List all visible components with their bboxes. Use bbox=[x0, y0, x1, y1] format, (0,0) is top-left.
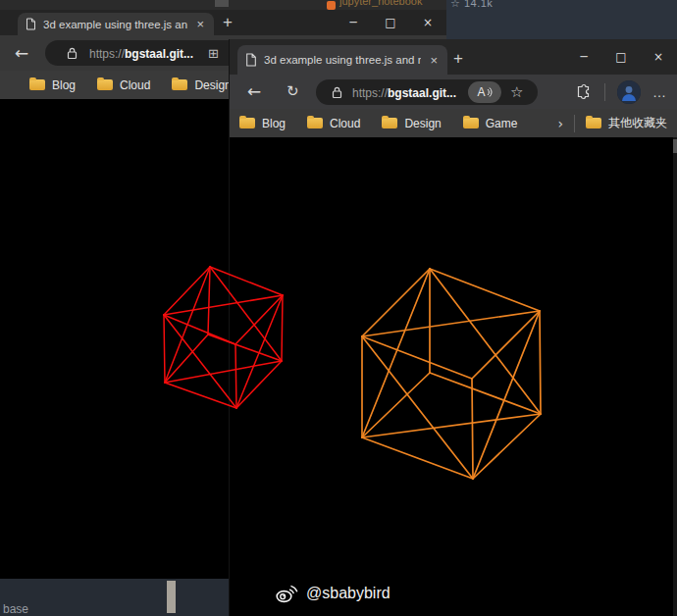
background-scrollbar-thumb[interactable] bbox=[167, 581, 176, 613]
background-app-top-strip: jupyter_notebook bbox=[0, 0, 446, 10]
folder-icon bbox=[239, 118, 255, 128]
bookmark-label: Game bbox=[486, 117, 518, 130]
bookmark-item-design[interactable]: Design bbox=[172, 78, 231, 92]
folder-icon bbox=[29, 79, 45, 90]
front-titlebar: 3d example using three.js and mu × + ─□× bbox=[230, 39, 677, 75]
read-aloud-waves-icon bbox=[487, 87, 493, 97]
favorite-star-icon[interactable]: ☆ bbox=[510, 83, 523, 101]
front-toolbar: ← ↻ https://bgstaal.git... A ☆ … bbox=[230, 75, 677, 109]
minimize-window-icon[interactable]: ─ bbox=[565, 50, 602, 64]
folder-icon bbox=[382, 118, 397, 128]
bookmarks-right-group: › 其他收藏夹 bbox=[557, 115, 677, 132]
new-tab-button[interactable]: + bbox=[453, 49, 463, 69]
folder-icon bbox=[307, 118, 323, 128]
page-scrollbar-thumb[interactable] bbox=[673, 139, 677, 153]
tab-close-icon[interactable]: × bbox=[194, 17, 206, 31]
bookmark-label: Design bbox=[194, 78, 231, 92]
bookmark-label: Blog bbox=[52, 78, 76, 92]
bookmarks-overflow-chevron-icon[interactable]: › bbox=[557, 116, 563, 131]
minimize-window-icon[interactable]: ─ bbox=[335, 16, 372, 29]
star-icon: ☆ bbox=[450, 0, 460, 9]
page-icon bbox=[26, 18, 36, 30]
background-scrollbar-fragment bbox=[215, 0, 229, 7]
folder-icon bbox=[463, 118, 479, 128]
profile-avatar[interactable] bbox=[617, 80, 641, 104]
background-app-title: jupyter_notebook bbox=[339, 0, 422, 7]
other-favorites-folder[interactable]: 其他收藏夹 bbox=[586, 115, 667, 131]
repo-star-count: ☆ 14.1k bbox=[450, 0, 493, 10]
background-app-bottom-strip: base bbox=[0, 579, 229, 616]
back-button[interactable]: ← bbox=[15, 45, 28, 62]
background-partial-text: base bbox=[3, 602, 28, 616]
front-browser-window: 3d example using three.js and mu × + ─□×… bbox=[229, 39, 677, 616]
repo-icon bbox=[327, 1, 336, 10]
front-tab-title: 3d example using three.js and mu bbox=[264, 54, 421, 66]
page-icon bbox=[245, 53, 257, 67]
bookmark-label: Cloud bbox=[330, 117, 360, 130]
front-page-content bbox=[230, 137, 677, 616]
back-window-controls: ─□× bbox=[335, 10, 446, 35]
bookmark-item-blog[interactable]: Blog bbox=[29, 78, 76, 92]
page-scrollbar[interactable] bbox=[673, 137, 677, 616]
bookmark-item-cloud[interactable]: Cloud bbox=[97, 78, 150, 92]
toolbar-right-icons: … bbox=[576, 80, 667, 104]
front-window-controls: ─□× bbox=[565, 39, 677, 75]
back-button[interactable]: ← bbox=[247, 83, 261, 100]
maximize-window-icon[interactable]: □ bbox=[602, 50, 640, 64]
bookmark-item-game[interactable]: Game bbox=[463, 117, 518, 130]
bookmark-item-design[interactable]: Design bbox=[382, 117, 441, 130]
bookmark-label: Cloud bbox=[120, 78, 150, 92]
settings-menu-icon[interactable]: … bbox=[652, 84, 667, 100]
bookmarks-divider bbox=[574, 115, 575, 132]
toolbar-divider bbox=[604, 83, 605, 101]
url-text: https://bgstaal.git... bbox=[352, 83, 456, 101]
lock-icon bbox=[67, 47, 78, 60]
watermark-handle: @sbabybird bbox=[306, 585, 391, 602]
bookmark-label: Blog bbox=[262, 117, 286, 130]
maximize-window-icon[interactable]: □ bbox=[372, 16, 409, 29]
lock-icon bbox=[332, 86, 342, 99]
close-window-icon[interactable]: × bbox=[640, 50, 677, 64]
folder-icon bbox=[97, 79, 113, 90]
bookmark-label: Design bbox=[404, 117, 441, 130]
new-tab-button[interactable]: + bbox=[223, 13, 233, 32]
front-bookmarks-bar: BlogCloudDesignGame › 其他收藏夹 bbox=[230, 109, 677, 137]
background-app-top-right: ☆ 14.1k bbox=[446, 0, 677, 39]
bookmark-item-blog[interactable]: Blog bbox=[239, 117, 286, 130]
bookmark-item-cloud[interactable]: Cloud bbox=[307, 117, 360, 130]
close-window-icon[interactable]: × bbox=[409, 16, 446, 29]
watermark: @sbabybird bbox=[276, 584, 391, 603]
other-favorites-label: 其他收藏夹 bbox=[608, 115, 667, 131]
refresh-icon[interactable]: ↻ bbox=[286, 84, 299, 99]
weibo-logo-icon bbox=[276, 584, 298, 603]
back-tab-title: 3d example using three.js and m bbox=[43, 19, 187, 30]
folder-icon bbox=[172, 79, 187, 90]
front-tab[interactable]: 3d example using three.js and mu × bbox=[237, 45, 447, 75]
back-tab[interactable]: 3d example using three.js and m × bbox=[18, 13, 214, 35]
extensions-icon[interactable] bbox=[576, 83, 593, 100]
grid-icon[interactable]: ⊞ bbox=[208, 46, 219, 61]
url-text: https://bgstaal.git... bbox=[89, 44, 193, 62]
tab-close-icon[interactable]: × bbox=[428, 53, 440, 68]
back-titlebar: 3d example using three.js and m × + ─□× bbox=[0, 10, 446, 35]
front-address-bar[interactable]: https://bgstaal.git... A ☆ bbox=[316, 79, 538, 105]
read-aloud-button[interactable]: A bbox=[468, 81, 501, 103]
folder-icon bbox=[586, 118, 601, 128]
